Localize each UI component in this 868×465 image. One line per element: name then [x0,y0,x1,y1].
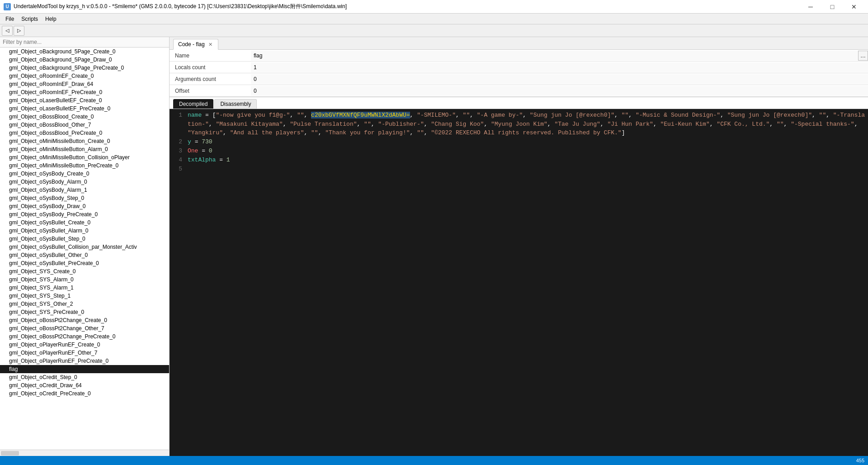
filter-input[interactable] [0,37,169,47]
list-item[interactable]: gml_Object_oBossPt2Change_Other_7 [0,324,169,332]
list-item[interactable]: gml_Object_oBossPt2Change_Create_0 [0,316,169,324]
toolbar-back-button[interactable]: ◁ [2,26,13,36]
list-item[interactable]: gml_Object_SYS_Alarm_0 [0,275,169,284]
list-item[interactable]: gml_Object_oSysBullet_Create_0 [0,218,169,227]
app-icon: U [4,3,11,10]
toolbar-forward-button[interactable]: ▷ [14,26,24,36]
list-item[interactable]: gml_Object_oSysBody_PreCreate_0 [0,210,169,218]
tab-close-icon[interactable]: ✕ [208,42,213,47]
tab-label: Code - flag [178,41,205,47]
list-item[interactable]: gml_Object_oMiniMissileButton_Alarm_0 [0,145,169,153]
prop-row-name: Name … [170,50,868,62]
code-line-5: 5 [170,165,868,174]
list-item[interactable]: gml_Object_oRoomInEF_Create_0 [0,72,169,80]
list-item[interactable]: gml_Object_oBossBlood_Create_0 [0,113,169,121]
list-item[interactable]: gml_Object_SYS_PreCreate_0 [0,308,169,316]
line-number-2: 2 [170,138,188,147]
line-content-1: name = ["-now give you f1@g-", "", c20xb… [188,111,868,138]
list-item[interactable]: gml_Object_oSysBody_Draw_0 [0,202,169,210]
prop-input-arguments[interactable] [251,74,868,84]
list-item[interactable]: gml_Object_oSysBullet_Alarm_0 [0,227,169,235]
status-bar: 455 [0,456,868,465]
list-item[interactable]: gml_Object_oLaserBulletEF_PreCreate_0 [0,104,169,113]
list-item[interactable]: gml_Object_oPlayerRunEF_Other_7 [0,349,169,357]
maximize-button[interactable]: □ [822,0,843,14]
menu-file[interactable]: File [2,15,18,23]
status-value: 455 [856,458,864,463]
list-item[interactable]: gml_Object_oMiniMissileButton_PreCreate_… [0,161,169,170]
main-content: gml_Object_oBackground_5Page_Create_0gml… [0,37,868,456]
list-item[interactable]: gml_Object_oPlayerRunEF_Create_0 [0,341,169,349]
list-container[interactable]: gml_Object_oBackground_5Page_Create_0gml… [0,47,169,450]
list-item[interactable]: gml_Object_oCredit_Step_0 [0,373,169,381]
prop-input-locals[interactable] [251,62,868,72]
line-number-5: 5 [170,165,188,174]
line-content-3: One = 0 [188,147,868,156]
prop-value-container-arguments [251,74,868,84]
prop-input-name[interactable] [251,51,858,61]
list-item[interactable]: gml_Object_SYS_Alarm_1 [0,284,169,292]
line-content-2: y = 730 [188,138,868,147]
list-item[interactable]: gml_Object_oSysBullet_Collision_par_Mons… [0,243,169,251]
list-item[interactable]: gml_Object_oRoomInEF_Draw_64 [0,80,169,88]
line-number-3: 3 [170,147,188,156]
list-item[interactable]: gml_Object_SYS_Other_2 [0,300,169,308]
close-button[interactable]: ✕ [844,0,864,14]
properties-area: Name … Locals count Arguments count O [170,50,868,97]
minimize-button[interactable]: ─ [800,0,821,14]
list-item[interactable]: gml_Object_oBossPt2Change_PreCreate_0 [0,332,169,341]
list-item[interactable]: gml_Object_oCredit_Draw_64 [0,381,169,389]
list-item[interactable]: gml_Object_SYS_Step_1 [0,292,169,300]
list-item[interactable]: gml_Object_oMiniMissileButton_Collision_… [0,153,169,161]
line-number-4: 4 [170,156,188,165]
list-item[interactable]: gml_Object_oBackground_5Page_PreCreate_0 [0,64,169,72]
right-panel: Code - flag ✕ Name … Locals count Argume… [170,37,868,456]
code-editor[interactable]: 1 name = ["-now give you f1@g-", "", c20… [170,109,868,456]
prop-row-locals: Locals count [170,62,868,73]
list-item[interactable]: gml_Object_oSysBody_Alarm_1 [0,186,169,194]
code-line-2: 2 y = 730 [170,138,868,147]
menu-help[interactable]: Help [42,15,60,23]
list-item[interactable]: gml_Object_oPlayerRunEF_PreCreate_0 [0,357,169,365]
prop-row-arguments: Arguments count [170,73,868,85]
code-line-1: 1 name = ["-now give you f1@g-", "", c20… [170,111,868,138]
list-item[interactable]: gml_Object_oLaserBulletEF_Create_0 [0,96,169,104]
list-item[interactable]: gml_Object_oBackground_5Page_Create_0 [0,47,169,56]
list-item[interactable]: gml_Object_oSysBullet_PreCreate_0 [0,259,169,267]
list-item[interactable]: gml_Object_oBossBlood_PreCreate_0 [0,129,169,137]
menu-scripts[interactable]: Scripts [18,15,42,23]
list-item[interactable]: gml_Object_oSysBullet_Other_0 [0,251,169,259]
prop-label-arguments: Arguments count [170,76,251,82]
code-tab-flag[interactable]: Code - flag ✕ [173,39,218,50]
list-item[interactable]: gml_Object_oCredit_PreCreate_0 [0,389,169,398]
list-item[interactable]: gml_Object_oRoomInEF_PreCreate_0 [0,88,169,96]
prop-input-offset[interactable] [251,86,868,96]
list-item[interactable]: gml_Object_oBackground_5Page_Draw_0 [0,56,169,64]
prop-btn-name[interactable]: … [858,51,868,61]
prop-value-container-locals [251,62,868,72]
line-content-4: txtAlpha = 1 [188,156,868,165]
list-item[interactable]: gml_Object_SYS_Create_0 [0,267,169,275]
left-panel-hscroll[interactable] [0,450,169,456]
code-line-3: 3 One = 0 [170,147,868,156]
list-item[interactable]: gml_Object_oSysBullet_Step_0 [0,235,169,243]
list-item[interactable]: gml_Object_oSysBody_Alarm_0 [0,178,169,186]
prop-row-offset: Offset [170,85,868,97]
code-tabs: Decompiled Disassembly [170,97,868,109]
toolbar: ◁ ▷ [0,24,868,37]
list-item[interactable]: flag [0,365,169,373]
line-content-5 [188,165,868,174]
list-item[interactable]: gml_Object_oBossBlood_Other_7 [0,121,169,129]
menu-bar: File Scripts Help [0,14,868,24]
title-bar-controls: ─ □ ✕ [800,0,864,14]
code-line-4: 4 txtAlpha = 1 [170,156,868,165]
list-item[interactable]: gml_Object_oSysBody_Step_0 [0,194,169,202]
prop-value-container-name: … [251,51,868,61]
title-bar-left: U UndertaleModTool by krzys_h v:0.5.0.0 … [4,3,347,10]
prop-label-locals: Locals count [170,64,251,71]
list-item[interactable]: gml_Object_oSysBody_Create_0 [0,170,169,178]
code-tab-disassembly[interactable]: Disassembly [214,99,257,109]
code-tab-decompiled[interactable]: Decompiled [173,99,213,109]
tab-bar: Code - flag ✕ [170,37,868,50]
list-item[interactable]: gml_Object_oMiniMissileButton_Create_0 [0,137,169,145]
